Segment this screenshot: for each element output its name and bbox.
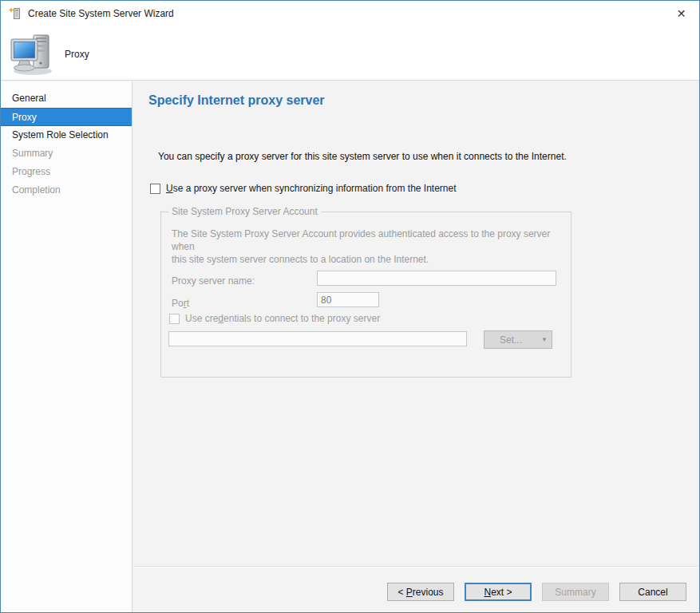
proxy-server-name-label: Proxy server name:: [172, 275, 255, 287]
page-description: You can specify a proxy server for this …: [158, 151, 567, 162]
set-account-button[interactable]: Set... ▼: [484, 330, 552, 349]
close-button[interactable]: ✕: [663, 1, 699, 26]
close-icon: ✕: [677, 7, 686, 20]
sidebar-item-progress: Progress: [1, 163, 132, 181]
port-label: Port: [172, 298, 189, 309]
sidebar-item-summary: Summary: [1, 144, 132, 163]
sidebar-item-proxy[interactable]: Proxy: [1, 108, 132, 126]
wizard-page-content: Specify Internet proxy server You can sp…: [133, 81, 698, 566]
use-proxy-checkbox-row: Use a proxy server when synchronizing in…: [150, 183, 457, 194]
page-title: Specify Internet proxy server: [148, 93, 325, 108]
window-title: Create Site System Server Wizard: [28, 8, 174, 19]
site-system-computer-icon: [9, 33, 55, 78]
use-proxy-checkbox[interactable]: [150, 184, 160, 194]
use-proxy-checkbox-label: Use a proxy server when synchronizing in…: [166, 183, 457, 194]
set-account-button-label: Set...: [484, 334, 537, 346]
use-credentials-checkbox-row: Use credentials to connect to the proxy …: [169, 313, 380, 324]
use-credentials-checkbox[interactable]: [169, 314, 180, 324]
use-credentials-checkbox-label: Use credentials to connect to the proxy …: [185, 313, 380, 324]
title-bar: Create Site System Server Wizard ✕: [1, 1, 699, 26]
cancel-button[interactable]: Cancel: [619, 583, 686, 601]
site-system-proxy-account-group: Site System Proxy Server Account The Sit…: [160, 212, 571, 378]
summary-button[interactable]: Summary: [542, 583, 609, 601]
sidebar-item-completion: Completion: [1, 181, 132, 200]
sidebar-item-system-role-selection[interactable]: System Role Selection: [1, 126, 132, 144]
proxy-account-input[interactable]: [168, 331, 467, 346]
proxy-server-name-input[interactable]: [317, 271, 556, 286]
wizard-steps-sidebar: General Proxy System Role Selection Summ…: [1, 81, 132, 612]
groupbox-description: The Site System Proxy Server Account pro…: [172, 227, 571, 266]
sidebar-item-general[interactable]: General: [1, 89, 132, 108]
previous-button[interactable]: < Previous: [387, 583, 454, 601]
wizard-window: Create Site System Server Wizard ✕: [0, 0, 700, 613]
chevron-down-icon: ▼: [537, 336, 552, 343]
wizard-app-icon: [9, 7, 22, 20]
next-button[interactable]: Next >: [465, 583, 532, 601]
groupbox-legend: Site System Proxy Server Account: [168, 206, 321, 217]
wizard-button-bar: < Previous Next > Summary Cancel: [133, 566, 698, 611]
wizard-header: Proxy: [1, 26, 699, 81]
port-input[interactable]: [317, 292, 379, 307]
wizard-page-label: Proxy: [65, 49, 89, 60]
